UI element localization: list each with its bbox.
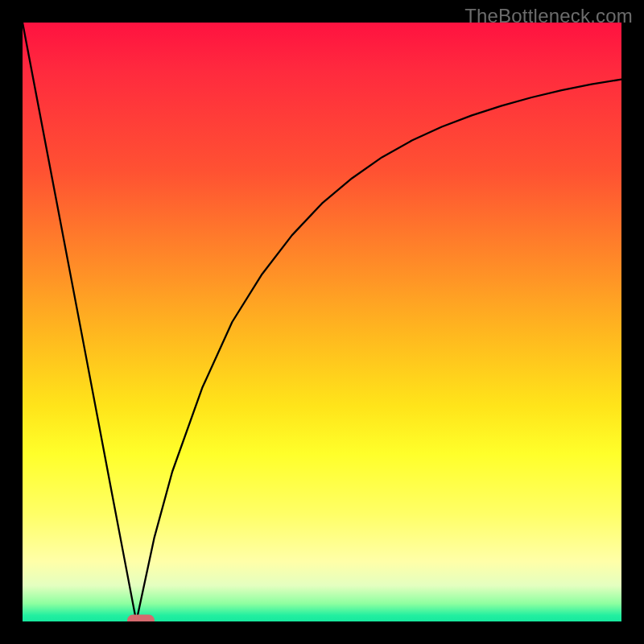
chart-frame: TheBottleneck.com [0, 0, 644, 644]
bottleneck-curve [23, 23, 621, 621]
plot-area [23, 23, 621, 621]
watermark-text: TheBottleneck.com [464, 5, 633, 27]
curve-path [23, 23, 621, 621]
optimum-marker [127, 615, 155, 621]
